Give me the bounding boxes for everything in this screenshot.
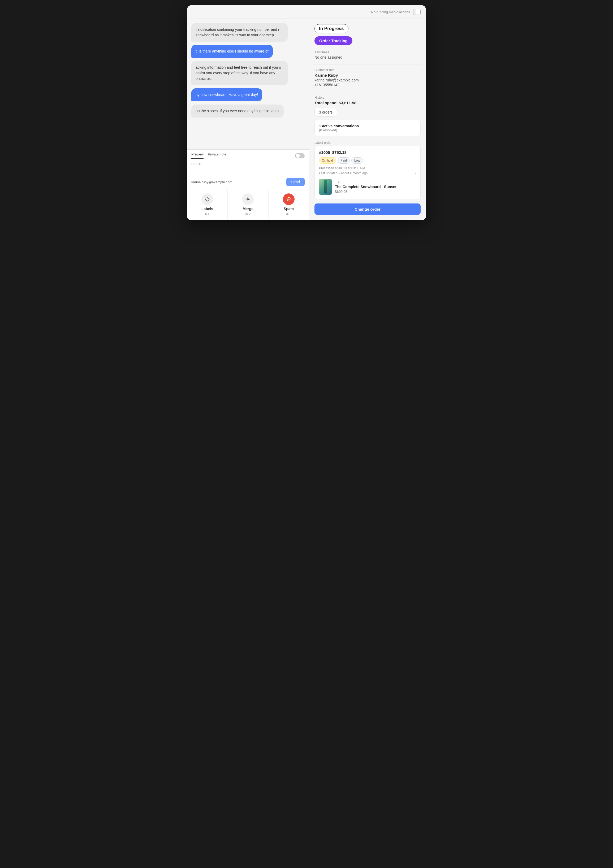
- bottom-actions: Labels ⌘ E Merge ⌘ Z: [187, 189, 309, 220]
- total-spend-amount: $3,611.98: [338, 101, 356, 105]
- message-bubble-2: t. Is there anything else I should be aw…: [191, 45, 273, 58]
- order-processed-at: Processed at Jul 23 at 03:00 PM: [319, 166, 416, 170]
- message-text-2: t. Is there anything else I should be aw…: [196, 49, 268, 53]
- tag-on-hold: On hold: [319, 157, 336, 164]
- message-bubble-5: on the slopes. If you ever need anything…: [191, 104, 284, 118]
- product-image-inner: [324, 180, 327, 194]
- status-badge: In Progress: [315, 24, 348, 33]
- message-text-4: ny new snowboard. Have a great day!: [196, 93, 258, 97]
- total-spend: Total spend $3,611.98: [315, 101, 421, 105]
- panel-toggle-inner: [413, 9, 416, 15]
- total-spend-prefix: Total spend: [315, 101, 337, 105]
- spam-label: Spam: [284, 207, 294, 211]
- product-info: 1 x The Complete Snowboard - Sunset $699…: [335, 180, 416, 194]
- tag-low: Low: [351, 157, 363, 164]
- no-running-actions-text: No running magic actions: [371, 10, 410, 14]
- compose-tabs: Preview Private note: [187, 150, 309, 159]
- message-bubble-4: ny new snowboard. Have a great day!: [191, 88, 262, 101]
- order-number: #1005: [319, 150, 330, 155]
- label-icon: [202, 194, 213, 205]
- tab-preview[interactable]: Preview: [191, 152, 203, 159]
- compose-placeholder: note).: [191, 161, 201, 166]
- latest-order-section: Latest order #1005 $752.18 On hold Paid …: [315, 141, 421, 199]
- product-price: $699.95: [335, 190, 416, 194]
- customer-info-section: Customer Info Karine Ruby karine.ruby@ex…: [315, 68, 421, 87]
- order-tags: On hold Paid Low: [319, 157, 416, 164]
- send-button[interactable]: Send: [286, 178, 305, 186]
- merge-icon: [242, 194, 254, 205]
- message-text-5: on the slopes. If you ever need anything…: [196, 109, 279, 113]
- merge-label: Merge: [242, 207, 253, 211]
- svg-point-1: [247, 199, 249, 200]
- spam-action[interactable]: Spam ⌘ F: [268, 189, 309, 220]
- latest-order-label: Latest order: [315, 141, 421, 144]
- assignees-section: Assignees No one assigned: [315, 50, 421, 59]
- compose-footer: karine.ruby@example.com Send: [187, 175, 309, 189]
- product-image: [319, 179, 332, 195]
- customer-phone: +16135550142: [315, 83, 421, 87]
- history-label: History: [315, 96, 421, 99]
- assignees-label: Assignees: [315, 50, 421, 54]
- customer-name: Karine Ruby: [315, 73, 421, 78]
- tag-paid: Paid: [338, 157, 350, 164]
- private-note-toggle[interactable]: [295, 153, 305, 158]
- order-last-updated: Last updated ~ about a month ago: [319, 171, 368, 175]
- right-panel: In Progress Order Tracking Assignees No …: [309, 19, 426, 220]
- product-name: The Complete Snowboard - Sunset: [335, 184, 416, 189]
- order-amount: $752.18: [332, 150, 346, 155]
- top-bar: No running magic actions: [187, 5, 426, 19]
- message-bubble-1: il notification containing your tracking…: [191, 23, 288, 42]
- status-section: In Progress Order Tracking: [315, 24, 421, 50]
- spam-shortcut: ⌘ F: [286, 212, 292, 216]
- message-bubble-3: acking information and feel free to reac…: [191, 61, 288, 85]
- divider-1: [315, 64, 421, 65]
- tab-private-note[interactable]: Private note: [208, 152, 226, 159]
- compose-area: Preview Private note note). karine.ruby@…: [187, 149, 309, 189]
- conversations-resolved: (0 resolved): [319, 128, 416, 132]
- chat-messages: il notification containing your tracking…: [187, 19, 309, 149]
- conversations-card[interactable]: 1 active conversations (0 resolved): [315, 120, 421, 136]
- chat-panel: il notification containing your tracking…: [187, 19, 309, 220]
- orders-count-badge[interactable]: 3 orders: [315, 108, 337, 117]
- order-tracking-badge[interactable]: Order Tracking: [315, 36, 352, 45]
- history-section: History Total spend $3,611.98 3 orders 1…: [315, 96, 421, 136]
- order-item: 1 x The Complete Snowboard - Sunset $699…: [319, 179, 416, 195]
- top-bar-actions: No running magic actions: [371, 9, 421, 15]
- customer-email[interactable]: karine.ruby@example.com: [315, 78, 421, 82]
- app-window: No running magic actions il notification…: [187, 5, 426, 220]
- spam-icon: [283, 194, 295, 205]
- labels-action[interactable]: Labels ⌘ E: [187, 189, 228, 220]
- labels-label: Labels: [202, 207, 213, 211]
- compose-body[interactable]: note).: [187, 159, 309, 175]
- change-order-button[interactable]: Change order: [315, 203, 421, 215]
- order-updated-row: Last updated ~ about a month ago ›: [319, 171, 416, 176]
- message-text-1: il notification containing your tracking…: [196, 27, 279, 37]
- product-qty: 1 x: [335, 180, 416, 184]
- message-text-3: acking information and feel free to reac…: [196, 65, 281, 81]
- customer-info-label: Customer Info: [315, 68, 421, 72]
- assignees-value: No one assigned: [315, 55, 421, 59]
- order-card[interactable]: #1005 $752.18 On hold Paid Low Processed…: [315, 146, 421, 199]
- chevron-right-icon[interactable]: ›: [415, 171, 416, 176]
- order-header: #1005 $752.18: [319, 150, 416, 155]
- labels-shortcut: ⌘ E: [204, 212, 210, 216]
- main-layout: il notification containing your tracking…: [187, 19, 426, 220]
- recipient-address: karine.ruby@example.com: [191, 180, 233, 184]
- merge-action[interactable]: Merge ⌘ Z: [228, 189, 268, 220]
- conversations-active: 1 active conversations: [319, 124, 416, 128]
- panel-toggle-button[interactable]: [413, 9, 421, 15]
- merge-shortcut: ⌘ Z: [245, 212, 251, 216]
